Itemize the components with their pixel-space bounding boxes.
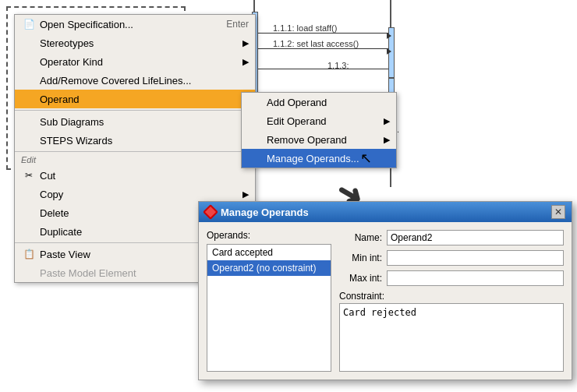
- doc-icon: 📄: [21, 18, 37, 30]
- dialog-close-button[interactable]: ✕: [551, 205, 565, 219]
- dialog-left-panel: Operands: Card accepted Operand2 (no con…: [207, 230, 331, 372]
- stereotypes-arrow: ▶: [242, 38, 249, 48]
- min-int-label: Min int:: [339, 253, 382, 263]
- menu-item-sub-diagrams[interactable]: Sub Diagrams ▶: [15, 112, 255, 131]
- dialog-titlebar: Manage Operands ✕: [199, 202, 572, 222]
- manage-icon: [248, 152, 264, 164]
- activation-box-3: [388, 78, 395, 94]
- constraint-label: Constraint:: [339, 291, 564, 302]
- sub-diagrams-icon: [21, 115, 37, 128]
- operand-submenu: Add Operand Edit Operand ▶ Remove Operan…: [241, 92, 397, 168]
- shortcut-enter: Enter: [226, 19, 249, 30]
- dialog-title-icon: [203, 204, 218, 220]
- menu-label-duplicate: Duplicate: [40, 226, 82, 238]
- message-1-label: 1.1.1: load staff(): [273, 23, 337, 33]
- operator-arrow: ▶: [242, 57, 249, 67]
- sub-menu-item-manage[interactable]: Manage Operands...: [242, 149, 396, 168]
- menu-item-cut[interactable]: ✂ Cut: [15, 166, 255, 185]
- remove-operand-icon: [248, 133, 264, 146]
- stereotypes-icon: [21, 37, 37, 49]
- menu-item-operand[interactable]: Operand ▶: [15, 90, 255, 108]
- dialog-body: Operands: Card accepted Operand2 (no con…: [199, 222, 572, 380]
- remove-operand-arrow: ▶: [384, 135, 390, 145]
- add-remove-icon: [21, 74, 37, 87]
- arrow-2: [387, 48, 391, 55]
- max-int-input[interactable]: [387, 270, 564, 286]
- message-2-line: [258, 48, 388, 49]
- edit-section-label: Edit: [15, 154, 255, 166]
- max-int-field-row: Max int:: [339, 270, 564, 286]
- add-operand-icon: [248, 96, 264, 108]
- arrow-1: [387, 33, 391, 39]
- operand-item-operand2[interactable]: Operand2 (no constraint): [207, 260, 331, 276]
- menu-label-paste-view: Paste View: [40, 249, 90, 260]
- copy-arrow: ▶: [242, 189, 249, 200]
- paste-model-icon: [21, 267, 37, 279]
- menu-label-copy: Copy: [40, 189, 63, 200]
- menu-label-delete: Delete: [40, 207, 69, 219]
- menu-label-steps-wizards: STEPS Wizards: [40, 135, 112, 147]
- menu-item-steps-wizards[interactable]: STEPS Wizards ▶: [15, 131, 255, 150]
- name-input[interactable]: [387, 230, 564, 245]
- name-field-row: Name:: [339, 230, 564, 245]
- operands-list[interactable]: Card accepted Operand2 (no constraint): [207, 244, 331, 372]
- menu-label-cut: Cut: [40, 170, 55, 182]
- sub-menu-item-edit-operand[interactable]: Edit Operand ▶: [242, 111, 396, 130]
- operands-list-label: Operands:: [207, 230, 331, 241]
- menu-label-open-spec: Open Specification...: [40, 19, 133, 30]
- duplicate-icon: [21, 225, 37, 238]
- menu-item-add-remove[interactable]: Add/Remove Covered LifeLines...: [15, 71, 255, 90]
- max-int-label: Max int:: [339, 273, 382, 284]
- operator-icon: [21, 55, 37, 68]
- sub-menu-label-add: Add Operand: [267, 97, 327, 108]
- steps-icon: [21, 134, 37, 147]
- edit-operand-icon: [248, 115, 264, 127]
- dialog-right-panel: Name: Min int: Max int: Constraint: Card…: [339, 230, 564, 372]
- operand-item-card-accepted[interactable]: Card accepted: [207, 245, 331, 260]
- min-int-input[interactable]: [387, 250, 564, 266]
- edit-operand-arrow: ▶: [384, 116, 390, 126]
- menu-label-operator-kind: Operator Kind: [40, 56, 103, 68]
- menu-item-open-spec[interactable]: 📄 Open Specification... Enter: [15, 15, 255, 34]
- copy-icon: [21, 188, 37, 200]
- message-1-line: [258, 33, 388, 34]
- message-2-label: 1.1.2: set last access(): [273, 39, 359, 48]
- menu-label-stereotypes: Stereotypes: [40, 37, 94, 49]
- menu-label-paste-model: Paste Model Element: [40, 267, 136, 279]
- operand-label-card-accepted: Card accepted: [212, 247, 273, 258]
- menu-item-operator-kind[interactable]: Operator Kind ▶: [15, 52, 255, 71]
- constraint-textarea[interactable]: Card rejected: [339, 303, 564, 372]
- operand-label-operand2: Operand2 (no constraint): [212, 263, 316, 274]
- paste-icon: 📋: [21, 248, 37, 260]
- operand-icon: [21, 93, 37, 105]
- sub-menu-label-manage: Manage Operands...: [267, 153, 359, 164]
- menu-label-operand: Operand: [40, 94, 80, 105]
- scissors-icon: ✂: [21, 169, 37, 182]
- separator-2: [15, 151, 255, 152]
- delete-icon: [21, 207, 37, 219]
- message-3-line: [258, 69, 388, 69]
- sub-menu-label-remove: Remove Operand: [267, 134, 347, 146]
- sub-menu-label-edit: Edit Operand: [267, 115, 327, 127]
- sub-menu-item-remove-operand[interactable]: Remove Operand ▶: [242, 130, 396, 149]
- menu-label-sub-diagrams: Sub Diagrams: [40, 116, 104, 128]
- dialog-title-area: Manage Operands: [205, 207, 309, 218]
- menu-item-stereotypes[interactable]: Stereotypes ▶: [15, 34, 255, 52]
- constraint-area: Constraint: Card rejected: [339, 291, 564, 372]
- manage-operands-dialog[interactable]: Manage Operands ✕ Operands: Card accepte…: [198, 201, 572, 380]
- name-label: Name:: [339, 232, 382, 243]
- sub-menu-item-add-operand[interactable]: Add Operand: [242, 93, 396, 111]
- separator-1: [15, 110, 255, 111]
- menu-label-add-remove: Add/Remove Covered LifeLines...: [40, 75, 191, 87]
- min-int-field-row: Min int:: [339, 250, 564, 266]
- dialog-title-text: Manage Operands: [221, 207, 309, 218]
